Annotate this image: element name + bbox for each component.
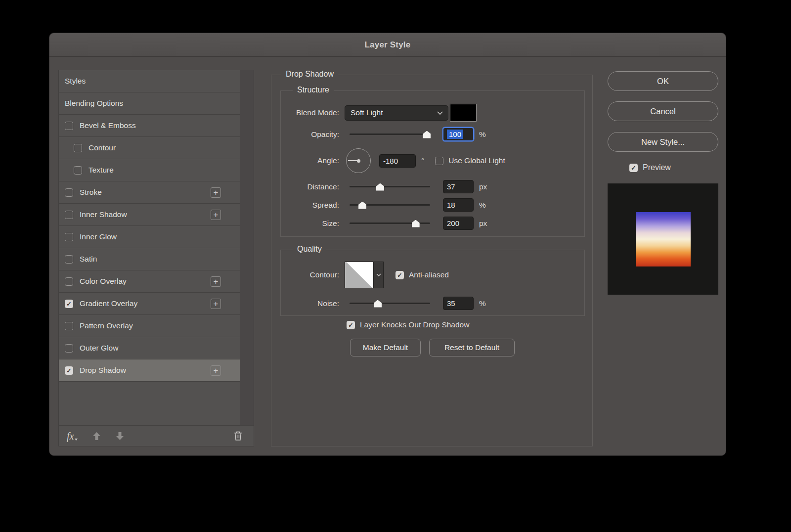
sidebar-item-blending-options[interactable]: Blending Options: [59, 92, 241, 115]
slider-thumb[interactable]: [423, 131, 431, 138]
sidebar-item-bevel-emboss[interactable]: Bevel & Emboss: [59, 115, 241, 137]
fx-menu-button[interactable]: fx: [67, 431, 78, 441]
bevel-emboss-checkbox[interactable]: [65, 122, 73, 130]
sidebar-item-pattern-overlay[interactable]: Pattern Overlay: [59, 315, 241, 337]
inner-glow-checkbox[interactable]: [65, 233, 73, 241]
move-effect-down-button[interactable]: [116, 432, 124, 441]
blend-mode-value: Soft Light: [351, 108, 383, 117]
spread-row: Spread: 18 %: [281, 198, 584, 212]
noise-input[interactable]: 35: [443, 297, 474, 310]
slider-thumb[interactable]: [412, 220, 420, 227]
sidebar-item-inner-shadow[interactable]: Inner Shadow +: [59, 204, 241, 226]
sidebar-item-label: Outer Glow: [80, 344, 118, 353]
pattern-overlay-checkbox[interactable]: [65, 322, 73, 330]
sidebar-item-stroke[interactable]: Stroke +: [59, 181, 241, 204]
slider-track: [350, 133, 430, 135]
slider-thumb[interactable]: [374, 300, 382, 308]
sidebar-item-outer-glow[interactable]: Outer Glow: [59, 337, 241, 359]
add-gradient-overlay-instance-button[interactable]: +: [211, 299, 221, 309]
make-default-button[interactable]: Make Default: [350, 339, 421, 356]
ok-button[interactable]: OK: [608, 71, 718, 91]
size-input[interactable]: 200: [443, 217, 474, 230]
sidebar-item-color-overlay[interactable]: Color Overlay +: [59, 270, 241, 293]
noise-slider[interactable]: [350, 299, 430, 309]
sidebar-item-contour[interactable]: Contour: [59, 137, 241, 159]
slider-track: [350, 303, 430, 304]
sidebar-item-label: Pattern Overlay: [80, 321, 133, 330]
add-color-overlay-instance-button[interactable]: +: [211, 276, 221, 287]
anti-aliased-label: Anti-aliased: [409, 270, 449, 279]
drop-shadow-checkbox[interactable]: ✓: [65, 366, 73, 375]
spread-unit: %: [479, 201, 486, 210]
opacity-input[interactable]: 100: [443, 128, 474, 141]
fx-menu-caret-icon: [75, 439, 78, 441]
reset-to-default-button[interactable]: Reset to Default: [429, 339, 515, 356]
dialog-title: Layer Style: [365, 40, 411, 50]
blend-mode-select[interactable]: Soft Light: [345, 105, 448, 121]
opacity-slider[interactable]: [350, 130, 430, 139]
slider-thumb[interactable]: [358, 202, 366, 209]
blend-mode-row: Blend Mode: Soft Light: [281, 104, 584, 122]
opacity-row: Opacity: 100 %: [281, 128, 584, 141]
arrow-up-icon: [92, 432, 101, 441]
spread-slider[interactable]: [350, 200, 430, 210]
sidebar-item-label: Stroke: [80, 188, 102, 197]
satin-checkbox[interactable]: [65, 255, 73, 264]
contour-row: Contour: ✓ Anti-aliased: [281, 261, 584, 289]
contour-picker[interactable]: [345, 262, 384, 288]
sidebar-item-inner-glow[interactable]: Inner Glow: [59, 226, 241, 248]
texture-checkbox[interactable]: [74, 166, 82, 175]
layer-knocks-out-label: Layer Knocks Out Drop Shadow: [360, 320, 469, 329]
size-slider[interactable]: [350, 219, 430, 228]
quality-group: Quality Contour: ✓ Anti-aliased Noise:: [280, 250, 585, 316]
slider-track: [350, 186, 430, 187]
contour-checkbox[interactable]: [74, 144, 82, 152]
distance-input[interactable]: 37: [443, 180, 474, 193]
add-drop-shadow-instance-button[interactable]: +: [211, 365, 221, 376]
angle-label: Angle:: [281, 156, 339, 165]
use-global-light-checkbox[interactable]: [435, 157, 443, 165]
outer-glow-checkbox[interactable]: [65, 344, 73, 353]
opacity-label: Opacity:: [281, 130, 339, 139]
inner-shadow-checkbox[interactable]: [65, 211, 73, 219]
distance-row: Distance: 37 px: [281, 180, 584, 193]
noise-value: 35: [447, 299, 455, 308]
distance-label: Distance:: [281, 182, 339, 191]
gradient-overlay-checkbox[interactable]: ✓: [65, 300, 73, 308]
stroke-checkbox[interactable]: [65, 188, 73, 197]
delete-effect-button[interactable]: [233, 431, 243, 441]
sidebar-item-drop-shadow[interactable]: ✓ Drop Shadow +: [59, 359, 241, 382]
contour-dropdown-button[interactable]: [373, 262, 383, 288]
noise-row: Noise: 35 %: [281, 297, 584, 310]
add-inner-shadow-instance-button[interactable]: +: [211, 210, 221, 220]
shadow-color-swatch[interactable]: [450, 104, 477, 122]
slider-thumb[interactable]: [376, 183, 384, 191]
sidebar-item-styles[interactable]: Styles: [59, 70, 241, 92]
color-overlay-checkbox[interactable]: [65, 277, 73, 286]
sidebar-item-satin[interactable]: Satin: [59, 248, 241, 270]
sidebar-footer: fx: [59, 425, 254, 446]
distance-slider[interactable]: [350, 182, 430, 192]
layer-knocks-out-checkbox[interactable]: ✓: [347, 321, 355, 329]
layer-style-dialog: Layer Style Styles Blending Options Beve…: [49, 33, 726, 456]
blend-mode-label: Blend Mode:: [281, 108, 339, 117]
anti-aliased-checkbox[interactable]: ✓: [396, 271, 404, 279]
size-row: Size: 200 px: [281, 217, 584, 230]
sidebar-item-texture[interactable]: Texture: [59, 159, 241, 181]
arrow-down-icon: [116, 432, 124, 441]
add-stroke-instance-button[interactable]: +: [211, 187, 221, 198]
contour-thumbnail[interactable]: [345, 262, 373, 288]
sidebar-item-label: Color Overlay: [80, 277, 127, 286]
spread-input[interactable]: 18: [443, 198, 474, 212]
spread-value: 18: [447, 201, 455, 209]
dialog-titlebar[interactable]: Layer Style: [49, 33, 726, 57]
angle-input[interactable]: -180: [379, 154, 416, 168]
angle-dial[interactable]: [346, 148, 371, 173]
cancel-button[interactable]: Cancel: [608, 101, 718, 121]
new-style-button[interactable]: New Style...: [608, 132, 718, 152]
sidebar-item-gradient-overlay[interactable]: ✓ Gradient Overlay +: [59, 293, 241, 315]
preview-checkbox[interactable]: ✓: [629, 164, 638, 172]
sidebar-item-label: Styles: [65, 77, 86, 86]
move-effect-up-button[interactable]: [92, 432, 101, 441]
scrollbar-gutter: [240, 70, 254, 426]
